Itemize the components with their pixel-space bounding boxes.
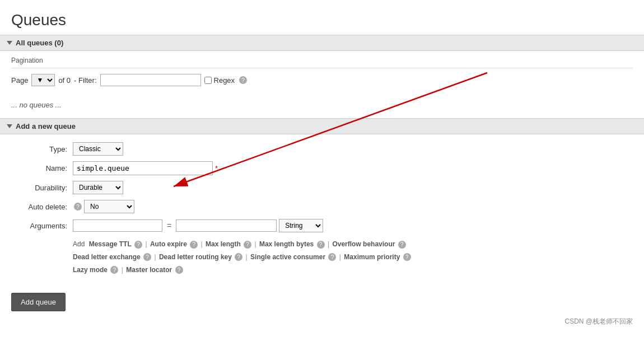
regex-label: Regex xyxy=(204,76,235,85)
hint-max-length-help[interactable]: ? xyxy=(244,241,251,249)
type-label: Type: xyxy=(11,145,73,153)
footer-brand: CSDN @栈老师不回家 xyxy=(0,311,644,332)
sep6: | xyxy=(246,253,248,261)
all-queues-section-header[interactable]: All queues (0) xyxy=(0,35,644,51)
hint-lazy-mode-help[interactable]: ? xyxy=(110,266,118,274)
type-row: Type: Classic Quorum xyxy=(11,142,633,156)
of-label: of 0 xyxy=(58,76,71,85)
hint-master-locator[interactable]: Master locator xyxy=(126,266,172,274)
hint-single-active-consumer[interactable]: Single active consumer xyxy=(250,253,325,261)
add-label: Add xyxy=(73,240,85,248)
hint-overflow-behaviour[interactable]: Overflow behaviour xyxy=(332,240,395,248)
hint-dead-letter-exchange-help[interactable]: ? xyxy=(143,253,151,261)
regex-help-icon[interactable]: ? xyxy=(239,76,247,84)
sep3: | xyxy=(254,240,256,248)
all-queues-label: All queues (0) xyxy=(16,39,63,47)
name-row: Name: * xyxy=(11,161,633,175)
hint-single-active-consumer-help[interactable]: ? xyxy=(328,253,336,261)
required-star: * xyxy=(215,164,218,172)
sep4: | xyxy=(328,240,329,248)
equals-sign: = xyxy=(165,221,174,230)
hint-auto-expire[interactable]: Auto expire xyxy=(150,240,187,248)
durability-row: Durability: Durable Transient xyxy=(11,181,633,194)
sep5: | xyxy=(154,253,156,261)
sep8: | xyxy=(122,266,123,274)
hint-max-length[interactable]: Max length xyxy=(206,240,241,248)
hint-message-ttl[interactable]: Message TTL xyxy=(89,240,132,248)
auto-delete-select[interactable]: No Yes xyxy=(84,200,134,213)
page-title: Queues xyxy=(0,0,644,35)
arguments-label: Arguments: xyxy=(11,222,73,230)
hint-dead-letter-exchange[interactable]: Dead letter exchange xyxy=(73,253,141,261)
add-queue-form: Type: Classic Quorum Name: * Durability:… xyxy=(0,134,644,287)
filter-input[interactable] xyxy=(100,74,201,86)
collapse-add-icon xyxy=(7,124,12,128)
hint-max-length-bytes-help[interactable]: ? xyxy=(317,241,325,249)
regex-checkbox[interactable] xyxy=(204,77,212,84)
add-queue-button[interactable]: Add queue xyxy=(11,293,66,311)
add-queue-section-header[interactable]: Add a new queue xyxy=(0,118,644,134)
add-hints: Add Message TTL ? | Auto expire ? | Max … xyxy=(73,238,633,276)
no-queues-text: ... no queues ... xyxy=(0,92,644,118)
page-label: Page xyxy=(11,76,28,85)
arg-key-input[interactable] xyxy=(73,219,162,232)
arg-val-input[interactable] xyxy=(176,219,277,232)
hint-max-length-bytes[interactable]: Max length bytes xyxy=(259,240,314,248)
arguments-inputs: = String Number Boolean xyxy=(73,219,323,232)
hint-master-locator-help[interactable]: ? xyxy=(175,266,183,274)
collapse-icon xyxy=(7,41,12,45)
hint-auto-expire-help[interactable]: ? xyxy=(190,241,198,249)
sep1: | xyxy=(145,240,147,248)
pagination-label: Pagination xyxy=(0,51,644,68)
hint-overflow-behaviour-help[interactable]: ? xyxy=(398,241,406,249)
auto-delete-help-icon[interactable]: ? xyxy=(74,203,82,211)
hint-dead-letter-routing-key[interactable]: Dead letter routing key xyxy=(159,253,232,261)
type-select[interactable]: Classic Quorum xyxy=(73,142,123,156)
add-queue-label: Add a new queue xyxy=(16,122,76,130)
filter-label: - Filter: xyxy=(74,76,96,85)
hint-message-ttl-help[interactable]: ? xyxy=(134,241,142,249)
arg-type-select[interactable]: String Number Boolean xyxy=(279,219,323,232)
auto-delete-row: Auto delete: ? No Yes xyxy=(11,200,633,213)
sep2: | xyxy=(201,240,203,248)
auto-delete-label: Auto delete: xyxy=(11,203,73,211)
hint-maximum-priority-help[interactable]: ? xyxy=(403,253,411,261)
hint-maximum-priority[interactable]: Maximum priority xyxy=(344,253,400,261)
name-input[interactable] xyxy=(73,161,213,175)
durability-select[interactable]: Durable Transient xyxy=(73,181,123,194)
sep7: | xyxy=(339,253,341,261)
hint-lazy-mode[interactable]: Lazy mode xyxy=(73,266,108,274)
hint-dead-letter-routing-key-help[interactable]: ? xyxy=(235,253,242,261)
pagination-row: Page ▼ of 0 - Filter: Regex ? xyxy=(0,68,644,92)
arguments-row: Arguments: = String Number Boolean xyxy=(11,219,633,232)
name-label: Name: xyxy=(11,164,73,172)
page-select[interactable]: ▼ xyxy=(31,74,55,86)
durability-label: Durability: xyxy=(11,184,73,192)
